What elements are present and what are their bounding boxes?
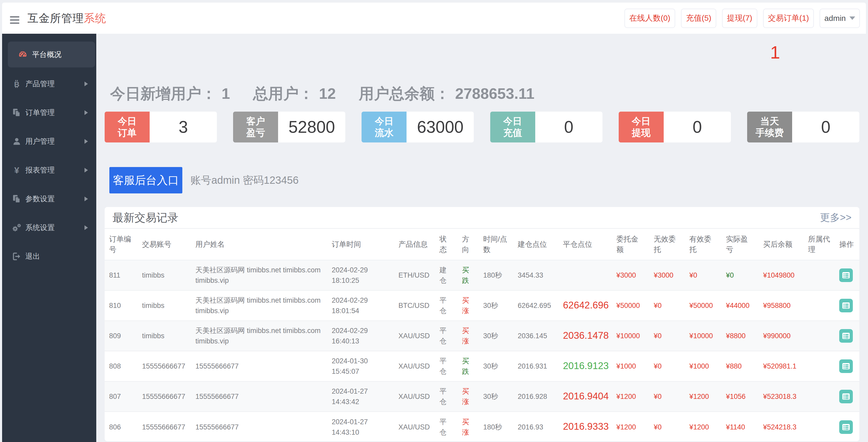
cell-profit: ¥1140 [721, 412, 758, 441]
table-header-row: 订单编号交易账号用户姓名订单时间产品信息状态方向时间/点数建仓点位平仓点位委托金… [105, 229, 859, 260]
cell-order-time: 2024-02-29 18:01:54 [327, 291, 394, 321]
view-order-button[interactable] [839, 268, 853, 282]
card-value: 3 [150, 112, 217, 142]
trade-orders-button[interactable]: 交易订单(1) [763, 9, 814, 28]
cell-invalid: ¥0 [649, 412, 685, 441]
sidebar-item-logout[interactable]: 退出 [2, 242, 96, 271]
cell-valid: ¥50000 [685, 291, 721, 321]
bitcoin-icon: B [12, 80, 21, 88]
order-detail-icon [842, 302, 850, 309]
withdraw-button[interactable]: 提现(7) [722, 9, 757, 28]
cell-order-time: 2024-01-30 15:45:07 [327, 351, 394, 381]
cell-actions [835, 260, 859, 291]
hamburger-menu-icon[interactable] [10, 16, 19, 25]
sidebar-item-platform-overview[interactable]: 平台概况 [8, 41, 95, 67]
sidebar-item-orders[interactable]: 订单管理 [2, 98, 96, 127]
cell-balance: ¥958800 [758, 291, 804, 321]
column-header: 订单编号 [105, 229, 137, 260]
cell-amount: ¥1200 [612, 381, 649, 412]
stat-value: 12 [319, 85, 336, 102]
cell-order-time: 2024-01-27 14:43:42 [327, 381, 394, 412]
cell-order-time: 2024-02-29 18:10:25 [327, 260, 394, 291]
cell-actions [835, 291, 859, 321]
table-row: 809 timibbs 天美社区源码网 timibbs.net timibbs.… [105, 321, 859, 351]
gears-icon [12, 224, 21, 232]
cell-valid: ¥1000 [685, 351, 721, 381]
cell-valid: ¥1200 [685, 381, 721, 412]
view-order-button[interactable] [839, 299, 853, 312]
cell-invalid: ¥0 [649, 291, 685, 321]
view-order-button[interactable] [839, 390, 853, 403]
column-header: 所属代理 [804, 229, 835, 260]
cell-order-id: 809 [105, 321, 137, 351]
view-order-button[interactable] [839, 329, 853, 343]
app-title: 互金所管理系统 [28, 3, 106, 34]
cell-product: XAU/USD [394, 321, 435, 351]
column-header: 产品信息 [394, 229, 435, 260]
sidebar-item-reports[interactable]: ¥ 报表管理 [2, 156, 96, 184]
column-header: 买后余额 [758, 229, 804, 260]
top-bar: 互金所管理系统 在线人数(0) 充值(5) 提现(7) 交易订单(1) admi… [2, 3, 866, 34]
service-backend-button[interactable]: 客服后台入口 [110, 167, 182, 194]
order-detail-icon [842, 424, 850, 431]
card-today-turnover: 今日 流水 63000 [362, 112, 474, 142]
column-header: 时间/点数 [479, 229, 513, 260]
panel-title: 最新交易记录 [113, 210, 178, 225]
view-order-button[interactable] [839, 360, 853, 373]
cell-agent [804, 412, 835, 441]
cell-direction: 买跌 [458, 260, 479, 291]
cell-open-point: 62642.695 [513, 291, 559, 321]
table-row: 806 15555666677 15555666677 2024-01-27 1… [105, 412, 859, 441]
recharge-button[interactable]: 充值(5) [681, 9, 716, 28]
cell-open-point: 2016.93 [513, 412, 559, 441]
cell-direction: 买涨 [458, 321, 479, 351]
cell-invalid: ¥0 [649, 381, 685, 412]
view-order-button[interactable] [839, 420, 853, 434]
sidebar-menu: B 产品管理 订单管理 [2, 70, 96, 271]
stat-total-balance: 用户总余额：2788653.11 [359, 83, 534, 104]
chevron-right-icon [85, 81, 88, 86]
cell-direction: 买涨 [458, 412, 479, 441]
cell-account: 15555666677 [137, 412, 191, 441]
column-header: 有效委托 [685, 229, 721, 260]
cell-valid: ¥0 [685, 260, 721, 291]
cell-amount: ¥10000 [612, 321, 649, 351]
cell-actions [835, 351, 859, 381]
cell-amount: ¥1000 [612, 351, 649, 381]
card-value: 0 [664, 112, 731, 142]
card-today-fees: 当天 手续费 0 [747, 112, 859, 142]
cell-status: 建仓 [435, 260, 458, 291]
sidebar-item-label: 用户管理 [25, 136, 55, 146]
cell-status: 平仓 [435, 321, 458, 351]
sidebar-item-users[interactable]: 用户管理 [2, 127, 96, 156]
cell-open-point: 2016.928 [513, 381, 559, 412]
cell-user-name: 15555666677 [191, 351, 327, 381]
cell-duration: 180秒 [479, 260, 513, 291]
more-link[interactable]: 更多>> [820, 211, 851, 224]
cell-close-point: 2036.1478 [559, 321, 612, 351]
admin-dropdown[interactable]: admin [819, 9, 860, 28]
cell-order-time: 2024-02-29 16:40:13 [327, 321, 394, 351]
chevron-right-icon [85, 168, 88, 172]
stat-new-users: 今日新增用户：1 [110, 83, 230, 104]
cell-open-point: 3454.33 [513, 260, 559, 291]
cell-account: 15555666677 [137, 381, 191, 412]
overview-stats: 今日新增用户：1 总用户：12 用户总余额：2788653.11 [110, 83, 557, 104]
cell-account: 15555666677 [137, 351, 191, 381]
notification-count: 1 [766, 43, 784, 61]
chevron-right-icon [85, 197, 88, 201]
cell-direction: 买跌 [458, 351, 479, 381]
cell-valid: ¥1200 [685, 412, 721, 441]
sidebar-item-system[interactable]: 系统设置 [2, 213, 96, 242]
sidebar-item-parameters[interactable]: 参数设置 [2, 184, 96, 213]
order-detail-icon [842, 272, 850, 279]
sidebar-item-label: 退出 [25, 251, 40, 261]
column-header: 无效委托 [649, 229, 685, 260]
cell-profit: ¥8800 [721, 321, 758, 351]
sidebar-item-label: 订单管理 [25, 108, 55, 117]
sidebar-item-label: 产品管理 [25, 79, 55, 89]
card-value: 63000 [406, 112, 474, 142]
online-users-button[interactable]: 在线人数(0) [624, 9, 676, 28]
sidebar-item-products[interactable]: B 产品管理 [2, 70, 96, 98]
cell-account: timibbs [137, 260, 191, 291]
